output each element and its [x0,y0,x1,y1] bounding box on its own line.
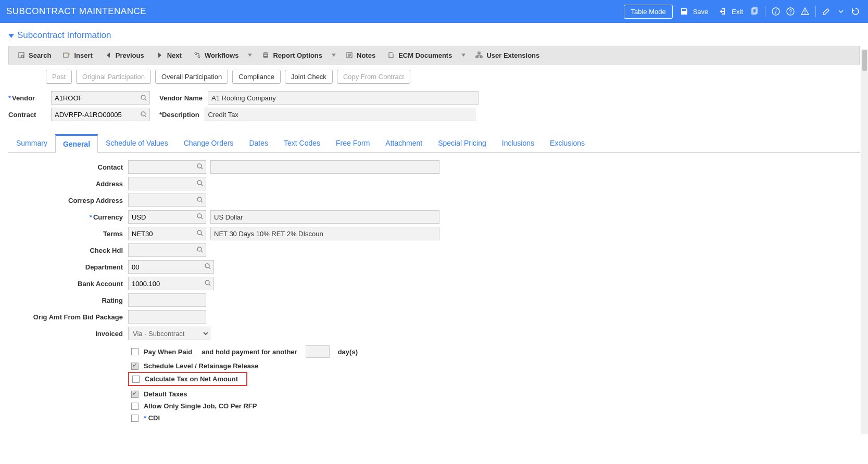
scrollbar[interactable] [861,49,868,434]
contact-lookup[interactable] [128,160,206,174]
tree-icon [475,51,483,59]
ecm-documents-label: ECM Documents [398,51,452,59]
currency-lookup[interactable] [128,210,206,224]
default-taxes-checkbox[interactable] [131,391,139,398]
vendor-input[interactable] [51,91,150,105]
pay-when-paid-label: Pay When Paid [144,348,192,356]
department-input[interactable] [128,260,214,274]
address-lookup[interactable] [128,177,206,190]
corresp-address-input[interactable] [128,194,206,207]
refresh-icon[interactable] [849,5,862,18]
print-icon [261,51,270,59]
calc-tax-net-checkbox[interactable] [132,376,140,383]
section-title: Subcontract Information [17,30,111,41]
warning-icon[interactable] [799,5,811,18]
orig-amt-input[interactable] [128,310,206,324]
search-button[interactable]: Search [12,49,56,61]
terms-lookup[interactable] [128,227,206,240]
svg-point-13 [198,56,200,58]
bank-account-input[interactable] [128,277,214,290]
workflows-label: Workflows [205,51,239,59]
joint-check-button[interactable]: Joint Check [285,70,333,84]
workflows-caret-icon[interactable] [248,54,252,57]
contract-input[interactable] [51,108,150,121]
save-button[interactable]: Save [675,3,712,20]
divider [815,6,816,17]
address-input[interactable] [128,177,206,190]
user-extensions-button[interactable]: User Extensions [470,49,545,61]
tab-general[interactable]: General [55,134,98,153]
contract-label: Contract [8,111,46,119]
hold-days-input[interactable] [306,345,330,358]
record-toolbar: Search Insert Previous Next Workflows Re… [8,46,860,65]
tab-attachment[interactable]: Attachment [378,134,430,153]
tab-text-codes[interactable]: Text Codes [276,134,328,153]
overall-participation-button[interactable]: Overall Participation [155,70,228,84]
dropdown-caret-icon[interactable] [835,5,847,18]
tab-inclusions[interactable]: Inclusions [494,134,542,153]
contract-lookup[interactable] [51,108,150,121]
table-mode-button[interactable]: Table Mode [624,5,672,19]
tab-dates[interactable]: Dates [241,134,276,153]
scrollbar-thumb[interactable] [862,50,867,71]
content-area: Subcontract Information Search Insert Pr… [0,23,868,436]
vendor-label: *Vendor [8,94,46,102]
next-button[interactable]: Next [150,49,187,61]
cdi-checkbox[interactable] [131,415,139,422]
section-header[interactable]: Subcontract Information [8,27,860,46]
default-taxes-label: Default Taxes [144,390,187,398]
report-options-button[interactable]: Report Options [256,49,328,61]
department-lookup[interactable] [128,260,214,274]
copy-from-contract-button[interactable]: Copy From Contract [337,70,410,84]
cdi-label: * CDI [144,414,160,422]
save-icon [678,5,690,18]
invoiced-select[interactable]: Via - Subcontract [128,327,210,340]
description-field[interactable]: Credit Tax [205,108,475,121]
exit-label: Exit [732,8,743,16]
description-label: *Description [159,111,199,119]
help-icon[interactable]: ? [784,5,797,18]
exit-button[interactable]: Exit [713,3,746,20]
bank-account-lookup[interactable] [128,277,214,290]
original-participation-button[interactable]: Original Participation [76,70,151,84]
svg-rect-11 [64,53,68,57]
tab-special-pricing[interactable]: Special Pricing [430,134,494,153]
tab-change-orders[interactable]: Change Orders [176,134,242,153]
workflows-button[interactable]: Workflows [188,49,244,61]
terms-desc-field: NET 30 Days 10% RET 2% DIscoun [210,227,439,240]
tab-exclusions[interactable]: Exclusions [542,134,593,153]
check-hdl-input[interactable] [128,243,206,257]
allow-single-label: Allow Only Single Job, CO Per RFP [144,402,257,410]
info-icon[interactable]: i [770,5,782,18]
insert-button[interactable]: Insert [57,49,97,61]
previous-button[interactable]: Previous [99,49,149,61]
schedule-level-checkbox[interactable] [131,363,139,370]
ecm-caret-icon[interactable] [461,54,466,57]
pay-when-paid-checkbox[interactable] [131,348,139,355]
invoiced-label: Invoiced [8,330,128,338]
terms-input[interactable] [128,227,206,240]
post-button[interactable]: Post [46,70,72,84]
ecm-documents-button[interactable]: ECM Documents [382,49,457,61]
corresp-address-lookup[interactable] [128,194,206,207]
currency-label: *Currency [8,213,128,221]
report-caret-icon[interactable] [332,54,336,57]
check-hdl-lookup[interactable] [128,243,206,257]
copy-icon[interactable] [748,5,761,18]
rating-input[interactable] [128,293,206,307]
tab-free-form[interactable]: Free Form [328,134,378,153]
svg-line-10 [23,57,24,58]
edit-icon[interactable] [820,5,833,18]
tab-schedule-of-values[interactable]: Schedule of Values [98,134,176,153]
allow-single-checkbox[interactable] [131,403,139,410]
previous-icon [104,51,112,59]
tab-summary[interactable]: Summary [8,134,55,153]
schedule-level-row: Schedule Level / Retainage Release [8,360,860,372]
search-icon [17,51,26,59]
vendor-lookup[interactable] [51,91,150,105]
currency-input[interactable] [128,210,206,224]
notes-button[interactable]: Notes [340,49,381,61]
contact-input[interactable] [128,160,206,174]
default-taxes-row: Default Taxes [8,388,860,400]
compliance-button[interactable]: Compliance [232,70,281,84]
